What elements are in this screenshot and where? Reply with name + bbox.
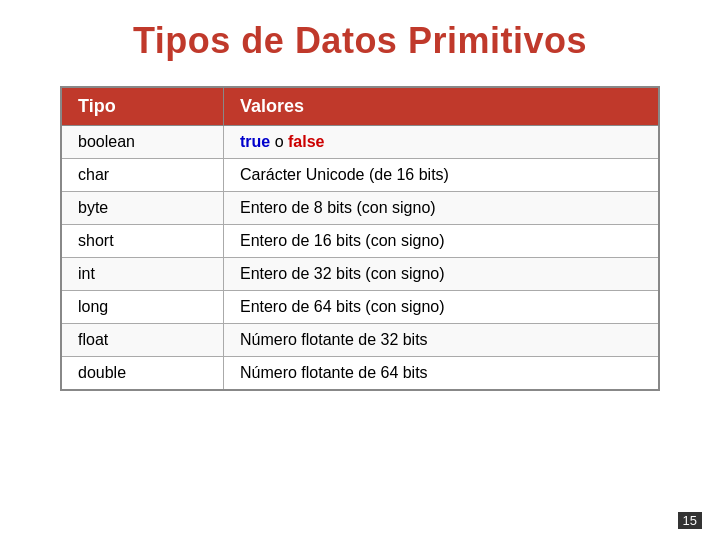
cell-tipo: int (61, 258, 223, 291)
table-row: doubleNúmero flotante de 64 bits (61, 357, 659, 391)
table-row: floatNúmero flotante de 32 bits (61, 324, 659, 357)
table-row: byteEntero de 8 bits (con signo) (61, 192, 659, 225)
cell-tipo: boolean (61, 126, 223, 159)
table-row: longEntero de 64 bits (con signo) (61, 291, 659, 324)
col-header-tipo: Tipo (61, 87, 223, 126)
cell-tipo: long (61, 291, 223, 324)
cell-tipo: double (61, 357, 223, 391)
cell-valores: Entero de 16 bits (con signo) (223, 225, 659, 258)
cell-valores: true o false (223, 126, 659, 159)
page-number-container: 15 (678, 513, 702, 528)
cell-valores: Entero de 8 bits (con signo) (223, 192, 659, 225)
data-types-table: Tipo Valores booleantrue o falsecharCará… (60, 86, 660, 391)
boolean-true-text: true (240, 133, 270, 150)
boolean-false-text: false (288, 133, 324, 150)
table-row: shortEntero de 16 bits (con signo) (61, 225, 659, 258)
cell-valores: Número flotante de 64 bits (223, 357, 659, 391)
cell-valores: Número flotante de 32 bits (223, 324, 659, 357)
table-row: booleantrue o false (61, 126, 659, 159)
table-header-row: Tipo Valores (61, 87, 659, 126)
table-row: intEntero de 32 bits (con signo) (61, 258, 659, 291)
cell-valores: Carácter Unicode (de 16 bits) (223, 159, 659, 192)
cell-tipo: byte (61, 192, 223, 225)
page-number-badge: 15 (678, 512, 702, 529)
table-row: charCarácter Unicode (de 16 bits) (61, 159, 659, 192)
cell-valores: Entero de 32 bits (con signo) (223, 258, 659, 291)
cell-valores: Entero de 64 bits (con signo) (223, 291, 659, 324)
cell-tipo: float (61, 324, 223, 357)
cell-tipo: char (61, 159, 223, 192)
cell-tipo: short (61, 225, 223, 258)
page-title: Tipos de Datos Primitivos (133, 20, 587, 62)
col-header-valores: Valores (223, 87, 659, 126)
